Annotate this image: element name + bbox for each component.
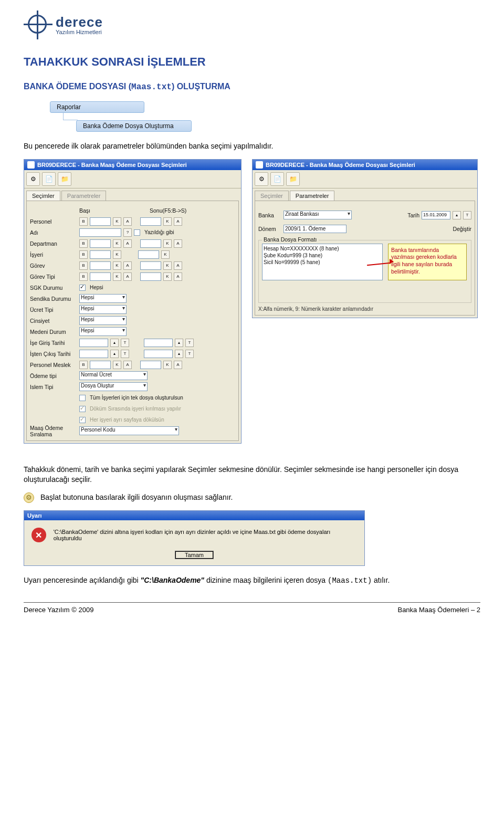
label-tarih: Tarih xyxy=(407,212,419,218)
btn-k[interactable]: K xyxy=(163,272,172,281)
isten-cikis-sonu-input[interactable] xyxy=(144,350,173,358)
dialog-uyari: Uyarı ✕ 'C:\BankaOdeme' dizini altına iş… xyxy=(24,510,365,566)
ise-giris-sonu-input[interactable] xyxy=(144,339,173,347)
dialog-titlebar: Uyarı xyxy=(24,511,364,520)
label-sgk: SGK Durumu xyxy=(30,285,77,291)
btn-a[interactable]: A xyxy=(174,272,182,281)
lookup-button[interactable]: B xyxy=(79,217,88,226)
footer-left: Derece Yazılım © 2009 xyxy=(24,606,93,614)
toolbar: ⚙ 📄 📁 xyxy=(253,170,477,188)
ise-giris-basi-input[interactable] xyxy=(79,339,108,347)
tarih-input[interactable]: 15.01.2009 xyxy=(422,211,450,219)
annotation-callout: Banka tanımlarında yazılması gereken kod… xyxy=(388,244,467,280)
label-siralama: Maaş Ödeme Sıralama xyxy=(30,425,77,437)
tab-secimler[interactable]: Seçimler xyxy=(255,191,289,201)
btn-t[interactable]: T xyxy=(185,350,194,358)
cinsiyet-select[interactable]: Hepsi xyxy=(79,316,127,325)
spin[interactable]: ▴ xyxy=(453,211,461,219)
lookup-button[interactable]: B xyxy=(79,272,88,281)
btn-a[interactable]: A xyxy=(123,261,132,270)
gorev-sonu-input[interactable] xyxy=(140,261,161,270)
btn-k[interactable]: K xyxy=(161,250,170,259)
btn-k[interactable]: K xyxy=(113,217,121,226)
btn-t[interactable]: T xyxy=(121,339,129,347)
toolbar-button-export[interactable]: 📁 xyxy=(58,172,71,186)
btn-q[interactable]: ? xyxy=(123,228,132,237)
spin[interactable]: ▴ xyxy=(175,339,183,347)
btn-k[interactable]: K xyxy=(163,239,172,248)
toolbar-button-export[interactable]: 📁 xyxy=(286,172,300,186)
donem-input[interactable]: 2009/1 1. Ödeme xyxy=(284,225,346,233)
spin[interactable]: ▴ xyxy=(175,350,183,358)
format-listbox[interactable]: Hesap No=XXXXXXXX (8 hane) Şube Kodu=999… xyxy=(262,244,383,280)
btn-k[interactable]: K xyxy=(113,361,121,369)
lookup-button[interactable]: B xyxy=(79,361,88,369)
personel-sonu-input[interactable] xyxy=(140,217,161,226)
btn-a[interactable]: A xyxy=(123,361,132,369)
label-odeme-tipi: Ödeme tipi xyxy=(30,373,77,379)
siralama-select[interactable]: Personel Kodu xyxy=(79,426,179,435)
logo-title: derece xyxy=(56,15,103,29)
ucret-select[interactable]: Hepsi xyxy=(79,305,127,314)
window-title: BR09DERECE - Banka Maaş Ödeme Dosyası Se… xyxy=(266,162,415,168)
banka-select[interactable]: Ziraat Bankası xyxy=(284,211,352,219)
chk-yazildigi-gibi[interactable] xyxy=(134,229,140,236)
btn-k[interactable]: K xyxy=(163,361,172,369)
lookup-button[interactable]: B xyxy=(79,250,88,259)
medeni-select[interactable]: Hepsi xyxy=(79,327,127,336)
window-title: BR09DERECE - Banka Maaş Ödeme Dosyası Se… xyxy=(37,162,187,168)
btn-a[interactable]: A xyxy=(123,239,132,248)
degistir-link[interactable]: Değiştir xyxy=(453,226,471,232)
label-ucret-tipi: Ücret Tipi xyxy=(30,307,77,313)
toolbar-button-run[interactable]: ⚙ xyxy=(255,172,268,186)
btn-a[interactable]: A xyxy=(174,239,182,248)
btn-a[interactable]: A xyxy=(174,261,182,270)
btn-k[interactable]: K xyxy=(113,272,121,281)
btn-a[interactable]: A xyxy=(123,217,132,226)
meslek-basi-input[interactable] xyxy=(90,361,111,369)
spin[interactable]: ▴ xyxy=(110,350,119,358)
titlebar: BR09DERECE - Banka Maaş Ödeme Dosyası Se… xyxy=(24,160,241,170)
btn-t[interactable]: T xyxy=(121,350,129,358)
departman-sonu-input[interactable] xyxy=(140,239,161,248)
lookup-button[interactable]: B xyxy=(79,239,88,248)
ok-button[interactable]: Tamam xyxy=(175,551,214,559)
btn-a[interactable]: A xyxy=(123,272,132,281)
adi-input[interactable] xyxy=(79,228,121,237)
gorev-basi-input[interactable] xyxy=(90,261,111,270)
logo: derece Yazılım Hizmetleri xyxy=(24,10,480,39)
odeme-select[interactable]: Normal Ücret xyxy=(79,371,148,380)
tab-parametreler[interactable]: Parametreler xyxy=(290,191,335,201)
isten-cikis-basi-input[interactable] xyxy=(79,350,108,358)
sendika-select[interactable]: Hepsi xyxy=(79,294,127,303)
btn-t[interactable]: T xyxy=(463,211,471,219)
spin[interactable]: ▴ xyxy=(110,339,119,347)
toolbar-button-run[interactable]: ⚙ xyxy=(26,172,40,186)
gorevtipi-sonu-input[interactable] xyxy=(140,272,161,281)
personel-basi-input[interactable] xyxy=(90,217,111,226)
breadcrumb: Raporlar Banka Ödeme Dosya Oluşturma xyxy=(24,101,480,132)
gorevtipi-basi-input[interactable] xyxy=(90,272,111,281)
toolbar-button-preview[interactable]: 📄 xyxy=(42,172,56,186)
lookup-button[interactable]: B xyxy=(79,261,88,270)
isyeri-sonu-input[interactable] xyxy=(138,250,159,259)
btn-k[interactable]: K xyxy=(163,217,172,226)
toolbar-button-preview[interactable]: 📄 xyxy=(270,172,284,186)
btn-k[interactable]: K xyxy=(113,250,121,259)
paragraph-1: Tahakkuk dönemi, tarih ve banka seçimi y… xyxy=(24,465,480,485)
meslek-sonu-input[interactable] xyxy=(140,361,161,369)
btn-k[interactable]: K xyxy=(113,261,121,270)
isyeri-basi-input[interactable] xyxy=(90,250,111,259)
btn-k[interactable]: K xyxy=(163,261,172,270)
btn-a[interactable]: A xyxy=(174,217,182,226)
tab-parametreler[interactable]: Parametreler xyxy=(61,191,107,201)
islem-select[interactable]: Dosya Oluştur xyxy=(79,382,148,391)
tab-secimler[interactable]: Seçimler xyxy=(26,191,60,201)
btn-a[interactable]: A xyxy=(174,361,182,369)
chk-tek-dosya[interactable] xyxy=(79,395,86,401)
btn-t[interactable]: T xyxy=(185,339,194,347)
label-gorev: Görev xyxy=(30,262,77,269)
departman-basi-input[interactable] xyxy=(90,239,111,248)
btn-k[interactable]: K xyxy=(113,239,121,248)
chk-sgk[interactable] xyxy=(79,285,86,291)
